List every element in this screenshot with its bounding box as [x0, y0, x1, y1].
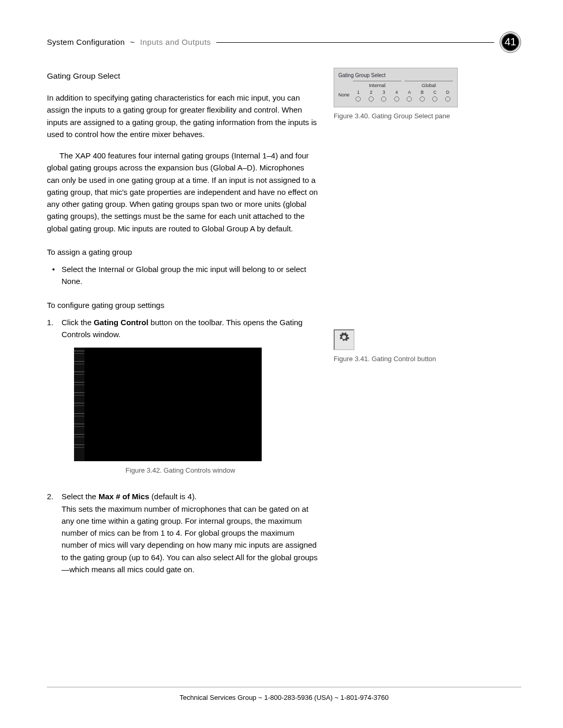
radio-icon [394, 96, 399, 102]
radio-icon [381, 96, 386, 102]
ggs-option-label: C [433, 89, 436, 96]
gutter-tick [74, 413, 84, 416]
step-1-bold: Gating Control [94, 318, 149, 327]
gating-controls-window [74, 348, 262, 461]
step-2-description: This sets the maximum number of micropho… [62, 503, 318, 576]
ggs-option[interactable]: 4 [391, 89, 402, 102]
page-number: 41 [505, 34, 516, 50]
ggs-header-internal: Internal [353, 81, 401, 90]
gutter-tick [74, 372, 84, 375]
main-column: Gating Group Select In addition to speci… [47, 68, 318, 585]
gutter-tick [74, 445, 84, 448]
page-number-badge: 41 [499, 31, 521, 53]
gutter-tick [74, 392, 84, 396]
footer-rule [47, 687, 521, 687]
ggs-option[interactable]: C [430, 89, 440, 102]
step-2-bold: Max # of Mics [99, 492, 150, 501]
heading-assign: To assign a gating group [47, 246, 318, 258]
ggs-option-label: 1 [357, 89, 360, 96]
gutter-tick [74, 434, 84, 437]
page: System Configuration ~ Inputs and Output… [0, 0, 563, 728]
ggs-option[interactable]: B [417, 89, 428, 102]
ggs-option-label: 2 [370, 89, 372, 96]
figure-3-42-caption: Figure 3.42. Gating Controls window [74, 465, 287, 476]
heading-configure: To configure gating group settings [47, 299, 318, 311]
gear-icon [338, 331, 350, 348]
radio-icon [369, 96, 374, 102]
ggs-option-label: D [446, 89, 449, 96]
page-footer: Technical Services Group ~ 1-800-283-593… [47, 687, 521, 703]
ggs-option[interactable]: D [443, 89, 454, 102]
bullet-assign-1: Select the Internal or Global group the … [62, 263, 318, 288]
ggs-option-label: B [421, 89, 424, 96]
radio-icon [432, 96, 437, 102]
radio-icon [407, 96, 412, 102]
radio-icon [445, 96, 450, 102]
gutter-tick [74, 351, 84, 354]
radio-icon [420, 96, 425, 102]
aside-spacer [334, 137, 469, 329]
ggs-option-label: A [408, 89, 411, 96]
figure-3-40-caption: Figure 3.40. Gating Group Select pane [334, 112, 469, 121]
page-header: System Configuration ~ Inputs and Output… [47, 31, 521, 53]
gutter-tick [74, 382, 84, 385]
gating-controls-gutter [74, 348, 84, 461]
ggs-header-global: Global [405, 81, 453, 90]
gutter-tick [74, 424, 84, 427]
header-rule [216, 42, 494, 43]
paragraph-intro: In addition to specifying gating charact… [47, 92, 318, 140]
ggs-option[interactable]: 1 [353, 89, 364, 102]
figure-gating-controls-window: Figure 3.42. Gating Controls window [74, 348, 318, 476]
gating-control-button[interactable] [334, 329, 354, 350]
paragraph-features: The XAP 400 features four internal gatin… [47, 150, 318, 235]
step-2-text-b: (default is 4). [149, 492, 197, 501]
ggs-option[interactable]: A [404, 89, 415, 102]
ggs-option[interactable]: 2 [366, 89, 377, 102]
step-1: Click the Gating Control button on the t… [62, 316, 318, 476]
gating-group-select-pane: Gating Group Select Internal Global None… [334, 68, 458, 107]
step-1-text-a: Click the [62, 318, 94, 327]
figure-3-41-caption: Figure 3.41. Gating Control button [334, 354, 469, 364]
step-2-text-a: Select the [62, 492, 99, 501]
radio-icon [356, 96, 361, 102]
bullet-assign-1-text: Select the Internal or Global group the … [62, 265, 306, 286]
gutter-tick [74, 403, 84, 406]
breadcrumb-section: Inputs and Outputs [140, 38, 211, 46]
footer-text: Technical Services Group ~ 1-800-283-593… [47, 693, 521, 703]
heading-gating-group-select: Gating Group Select [47, 70, 318, 82]
figure-3-41: Figure 3.41. Gating Control button [334, 329, 469, 364]
breadcrumb-chapter: System Configuration [47, 38, 125, 46]
ggs-pane-title: Gating Group Select [338, 71, 453, 80]
ggs-option-label: 3 [383, 89, 385, 96]
ggs-option[interactable]: 3 [378, 89, 389, 102]
step-2: Select the Max # of Mics (default is 4).… [62, 490, 318, 575]
ggs-none-label: None [338, 92, 351, 99]
figure-3-40: Gating Group Select Internal Global None… [334, 68, 469, 121]
ggs-option-label: 4 [395, 89, 398, 96]
aside-column: Gating Group Select Internal Global None… [334, 68, 469, 585]
breadcrumb-sep: ~ [127, 38, 138, 46]
gutter-tick [74, 361, 84, 364]
breadcrumb: System Configuration ~ Inputs and Output… [47, 36, 211, 48]
